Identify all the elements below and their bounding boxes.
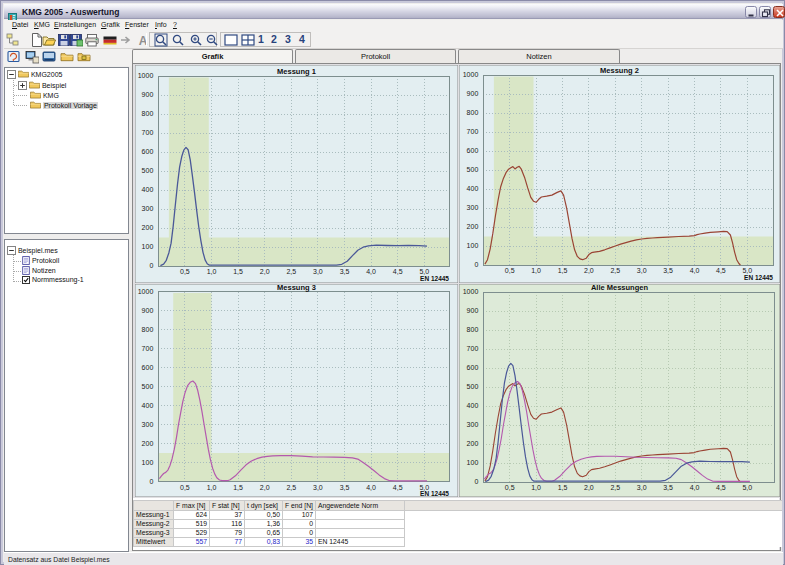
svg-text:500: 500	[142, 383, 154, 390]
svg-text:4,5: 4,5	[393, 484, 403, 491]
svg-text:0,5: 0,5	[180, 268, 190, 275]
svg-text:400: 400	[467, 402, 479, 409]
svg-text:800: 800	[467, 109, 479, 116]
svg-text:Messung 3: Messung 3	[277, 284, 316, 292]
svg-text:1,5: 1,5	[558, 267, 568, 274]
svg-text:4,5: 4,5	[716, 267, 726, 274]
svg-text:900: 900	[467, 307, 479, 314]
svg-text:1,0: 1,0	[531, 267, 541, 274]
svg-text:3,0: 3,0	[637, 267, 647, 274]
svg-text:4,5: 4,5	[716, 484, 726, 491]
svg-text:3,5: 3,5	[340, 268, 350, 275]
svg-text:400: 400	[142, 186, 154, 193]
svg-text:1,0: 1,0	[207, 268, 217, 275]
svg-text:2,0: 2,0	[584, 484, 594, 491]
svg-text:0,5: 0,5	[180, 484, 190, 491]
svg-text:100: 100	[142, 243, 154, 250]
svg-text:800: 800	[467, 326, 479, 333]
svg-text:600: 600	[467, 147, 479, 154]
svg-text:200: 200	[142, 224, 154, 231]
svg-text:900: 900	[142, 91, 154, 98]
svg-text:200: 200	[467, 440, 479, 447]
svg-text:100: 100	[467, 459, 479, 466]
svg-text:300: 300	[467, 204, 479, 211]
svg-text:500: 500	[142, 167, 154, 174]
svg-text:Alle Messungen: Alle Messungen	[591, 284, 649, 292]
svg-text:2,0: 2,0	[260, 484, 270, 491]
svg-text:1,0: 1,0	[531, 484, 541, 491]
svg-text:600: 600	[142, 148, 154, 155]
svg-text:3,5: 3,5	[340, 484, 350, 491]
svg-text:1,5: 1,5	[233, 268, 243, 275]
svg-text:Messung 1: Messung 1	[277, 67, 316, 76]
svg-text:1000: 1000	[138, 288, 154, 295]
svg-text:100: 100	[142, 459, 154, 466]
svg-text:1,5: 1,5	[558, 484, 568, 491]
svg-text:Messung 2: Messung 2	[600, 66, 639, 75]
svg-text:300: 300	[467, 421, 479, 428]
svg-text:4,0: 4,0	[690, 484, 700, 491]
svg-text:3,0: 3,0	[637, 484, 647, 491]
svg-text:0: 0	[149, 478, 153, 485]
svg-text:300: 300	[142, 205, 154, 212]
svg-text:900: 900	[142, 307, 154, 314]
svg-text:0,5: 0,5	[505, 484, 515, 491]
svg-text:600: 600	[142, 364, 154, 371]
svg-text:800: 800	[142, 110, 154, 117]
svg-text:2,5: 2,5	[610, 267, 620, 274]
svg-text:4,5: 4,5	[393, 268, 403, 275]
svg-text:200: 200	[142, 440, 154, 447]
svg-text:EN 12445: EN 12445	[420, 275, 449, 282]
svg-text:300: 300	[142, 421, 154, 428]
svg-text:200: 200	[467, 223, 479, 230]
svg-text:3,0: 3,0	[313, 268, 323, 275]
svg-text:3,5: 3,5	[663, 267, 673, 274]
svg-text:EN 12445: EN 12445	[744, 274, 773, 281]
svg-text:4,0: 4,0	[690, 267, 700, 274]
svg-text:2,5: 2,5	[286, 268, 296, 275]
svg-text:900: 900	[467, 90, 479, 97]
svg-text:800: 800	[142, 326, 154, 333]
svg-text:0: 0	[149, 262, 153, 269]
svg-text:500: 500	[467, 166, 479, 173]
svg-text:0: 0	[474, 478, 478, 485]
svg-text:1000: 1000	[463, 288, 479, 295]
svg-text:1,0: 1,0	[207, 484, 217, 491]
svg-text:1,5: 1,5	[233, 484, 243, 491]
svg-text:2,5: 2,5	[286, 484, 296, 491]
svg-text:2,5: 2,5	[610, 484, 620, 491]
svg-text:4,0: 4,0	[366, 268, 376, 275]
svg-text:2,0: 2,0	[584, 267, 594, 274]
svg-text:500: 500	[467, 383, 479, 390]
svg-text:400: 400	[467, 185, 479, 192]
svg-text:3,5: 3,5	[663, 484, 673, 491]
svg-text:1000: 1000	[138, 72, 154, 79]
svg-text:4,0: 4,0	[366, 484, 376, 491]
svg-text:5,0: 5,0	[742, 484, 752, 491]
svg-text:2,0: 2,0	[260, 268, 270, 275]
svg-text:400: 400	[142, 402, 154, 409]
svg-text:700: 700	[467, 128, 479, 135]
svg-text:3,0: 3,0	[313, 484, 323, 491]
svg-text:0: 0	[474, 261, 478, 268]
svg-text:700: 700	[467, 345, 479, 352]
svg-text:700: 700	[142, 345, 154, 352]
svg-text:1000: 1000	[463, 71, 479, 78]
svg-text:700: 700	[142, 129, 154, 136]
svg-text:100: 100	[467, 242, 479, 249]
svg-text:600: 600	[467, 364, 479, 371]
svg-text:0,5: 0,5	[505, 267, 515, 274]
svg-text:EN 12445: EN 12445	[420, 490, 449, 497]
